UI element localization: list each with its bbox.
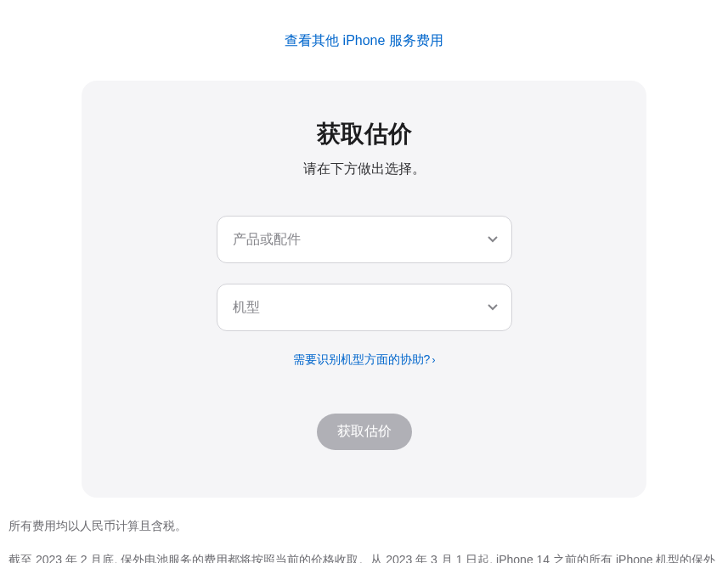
help-link-section: 需要识别机型方面的协助?› bbox=[116, 352, 612, 368]
model-select-placeholder: 机型 bbox=[233, 299, 260, 317]
footer-notes: 所有费用均以人民币计算且含税。 截至 2023 年 2 月底, 保外电池服务的费… bbox=[0, 498, 728, 563]
get-estimate-button[interactable]: 获取估价 bbox=[317, 414, 412, 450]
estimate-card: 获取估价 请在下方做出选择。 产品或配件 机型 需要识别机型方面的协助?› 获取… bbox=[82, 81, 646, 498]
product-select-placeholder: 产品或配件 bbox=[233, 231, 301, 249]
other-service-fee-link[interactable]: 查看其他 iPhone 服务费用 bbox=[285, 33, 443, 48]
footer-line-1: 所有费用均以人民币计算且含税。 bbox=[8, 516, 720, 537]
footer-line-2-before: 截至 2023 年 2 月底, 保外电池服务的费用都将按照当前的价格收取。从 2… bbox=[8, 553, 715, 563]
identify-model-help-link[interactable]: 需要识别机型方面的协助?› bbox=[293, 352, 436, 366]
model-select-wrap: 机型 bbox=[217, 284, 512, 331]
top-link-section: 查看其他 iPhone 服务费用 bbox=[0, 0, 728, 65]
card-subtitle: 请在下方做出选择。 bbox=[116, 160, 612, 178]
chevron-right-icon: › bbox=[432, 354, 435, 366]
help-link-label: 需要识别机型方面的协助? bbox=[293, 352, 431, 366]
footer-line-2: 截至 2023 年 2 月底, 保外电池服务的费用都将按照当前的价格收取。从 2… bbox=[8, 550, 720, 563]
product-select[interactable]: 产品或配件 bbox=[217, 216, 512, 263]
card-title: 获取估价 bbox=[116, 118, 612, 150]
product-select-wrap: 产品或配件 bbox=[217, 216, 512, 263]
model-select[interactable]: 机型 bbox=[217, 284, 512, 331]
